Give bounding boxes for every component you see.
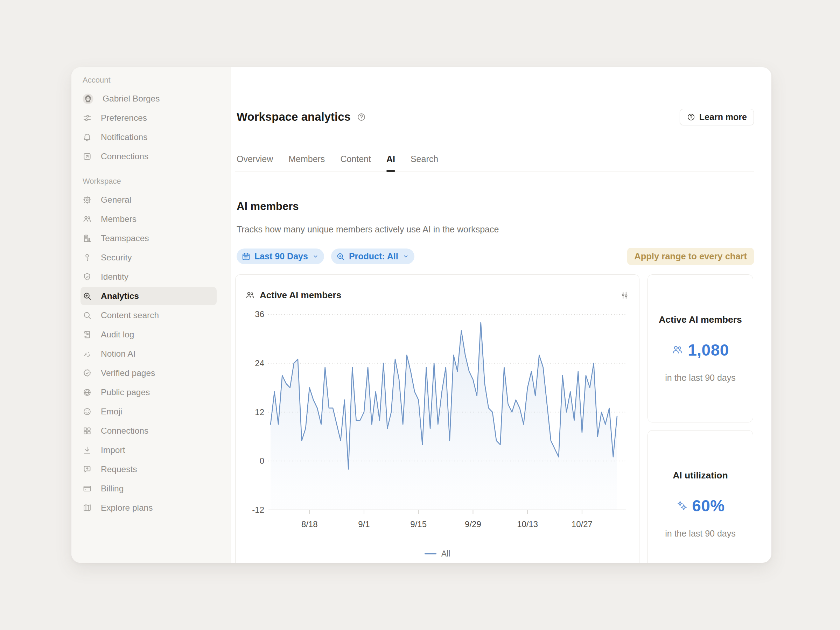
sliders-icon (83, 114, 92, 123)
sidebar-section-label: Workspace (83, 177, 231, 186)
product-filter[interactable]: Product: All (331, 248, 414, 264)
sidebar-item-identity[interactable]: Identity (81, 268, 217, 286)
grid-icon (83, 426, 92, 436)
sidebar: AccountGabriel BorgesPreferencesNotifica… (71, 67, 231, 563)
sidebar-item-label: Security (101, 253, 132, 262)
sidebar-item-label: Import (101, 445, 125, 455)
sidebar-item-label: Verified pages (101, 368, 155, 378)
sidebar-item-label: Notion AI (101, 349, 136, 359)
sidebar-item-verified-pages[interactable]: Verified pages (81, 364, 217, 382)
import-icon (83, 445, 92, 455)
gear-icon (83, 195, 92, 204)
svg-text:36: 36 (255, 309, 264, 319)
date-range-filter[interactable]: Last 90 Days (237, 248, 324, 264)
svg-text:9/29: 9/29 (465, 519, 481, 529)
sidebar-item-label: Explore plans (101, 503, 153, 513)
stat-value: 60% (692, 496, 725, 515)
svg-text:9/1: 9/1 (358, 519, 369, 529)
active-ai-members-line-chart: 3624120-128/189/19/159/2910/1310/27 (245, 306, 629, 548)
sidebar-item-label: Teamspaces (101, 234, 149, 243)
svg-text:24: 24 (255, 358, 264, 368)
stat-title: Active AI members (659, 314, 742, 325)
svg-text:0: 0 (260, 456, 264, 466)
analytics-icon (83, 292, 92, 301)
sidebar-item-label: Audit log (101, 330, 134, 339)
stat-value: 1,080 (688, 341, 729, 360)
legend-line-swatch (425, 553, 436, 554)
zoom-in-icon (336, 252, 345, 261)
section-title: AI members (237, 200, 754, 213)
sidebar-item-import[interactable]: Import (81, 441, 217, 459)
charts-row: Active AI members 3624120-128/189/19/159… (235, 275, 754, 563)
sidebar-item-content-search[interactable]: Content search (81, 306, 217, 324)
arrow-out-icon (83, 152, 92, 161)
sidebar-item-label: Analytics (101, 291, 139, 301)
sidebar-item-preferences[interactable]: Preferences (81, 109, 217, 127)
ai-face-icon (83, 349, 92, 358)
smiley-icon (83, 407, 92, 416)
sidebar-item-billing[interactable]: Billing (81, 480, 217, 498)
apply-range-button[interactable]: Apply range to every chart (627, 248, 754, 265)
svg-text:12: 12 (255, 407, 264, 417)
page-title: Workspace analytics (237, 110, 351, 123)
sidebar-item-teamspaces[interactable]: Teamspaces (81, 229, 217, 248)
tab-bar: OverviewMembersContentAISearch (235, 137, 754, 172)
sidebar-item-general[interactable]: General (81, 191, 217, 209)
product-filter-label: Product: All (349, 251, 398, 261)
main-content: Workspace analytics Learn more OverviewM… (231, 67, 771, 563)
chevron-down-icon (403, 253, 409, 260)
sidebar-item-label: Gabriel Borges (103, 94, 159, 104)
sidebar-item-label: Public pages (101, 387, 150, 397)
sidebar-item-label: General (101, 195, 131, 205)
legend-label: All (441, 549, 450, 559)
sidebar-item-label: Connections (101, 152, 148, 161)
sidebar-item-requests[interactable]: Requests (81, 460, 217, 478)
building-icon (83, 234, 92, 243)
chart-settings-icon[interactable] (620, 291, 629, 300)
tab-overview[interactable]: Overview (237, 147, 273, 171)
settings-window: AccountGabriel BorgesPreferencesNotifica… (71, 67, 771, 563)
calendar-icon (242, 252, 251, 261)
tab-search[interactable]: Search (411, 147, 438, 171)
help-circle-icon (687, 113, 695, 122)
help-icon[interactable] (357, 112, 366, 122)
sidebar-item-analytics[interactable]: Analytics (81, 287, 217, 305)
avatar (83, 93, 93, 104)
sidebar-item-emoji[interactable]: Emoji (81, 403, 217, 421)
sidebar-item-label: Content search (101, 311, 159, 320)
sidebar-item-label: Billing (101, 484, 123, 494)
sidebar-item-connections[interactable]: Connections (81, 147, 217, 166)
learn-more-button[interactable]: Learn more (680, 109, 754, 125)
sidebar-item-label: Emoji (101, 407, 122, 417)
bell-icon (83, 133, 92, 142)
sidebar-item-security[interactable]: Security (81, 248, 217, 267)
tab-members[interactable]: Members (288, 147, 325, 171)
stat-card-active-ai-members: Active AI members1,080in the last 90 day… (647, 275, 753, 422)
stat-value-row: 1,080 (672, 341, 729, 360)
card-icon (83, 484, 92, 493)
tab-content[interactable]: Content (340, 147, 371, 171)
sidebar-item-connections[interactable]: Connections (81, 422, 217, 440)
sidebar-item-notifications[interactable]: Notifications (81, 128, 217, 146)
map-icon (83, 503, 92, 512)
sidebar-item-notion-ai[interactable]: Notion AI (81, 345, 217, 363)
sidebar-item-label: Members (101, 214, 136, 224)
chevron-down-icon (312, 253, 319, 260)
stat-value-row: 60% (676, 496, 725, 515)
chart-title: Active AI members (260, 290, 341, 301)
stat-column: Active AI members1,080in the last 90 day… (647, 275, 753, 563)
sidebar-item-gabriel-borges[interactable]: Gabriel Borges (81, 90, 217, 108)
tab-ai[interactable]: AI (387, 147, 395, 171)
date-range-label: Last 90 Days (254, 251, 308, 261)
sidebar-item-explore-plans[interactable]: Explore plans (81, 499, 217, 517)
svg-text:9/15: 9/15 (410, 519, 427, 529)
sidebar-item-public-pages[interactable]: Public pages (81, 383, 217, 401)
people-icon (245, 291, 255, 300)
sidebar-item-members[interactable]: Members (81, 210, 217, 228)
sidebar-item-label: Connections (101, 426, 148, 436)
section-description: Tracks how many unique members actively … (237, 223, 754, 235)
request-icon (83, 465, 92, 474)
sidebar-item-audit-log[interactable]: Audit log (81, 325, 217, 344)
scroll-icon (83, 330, 92, 339)
svg-text:8/18: 8/18 (302, 519, 318, 529)
